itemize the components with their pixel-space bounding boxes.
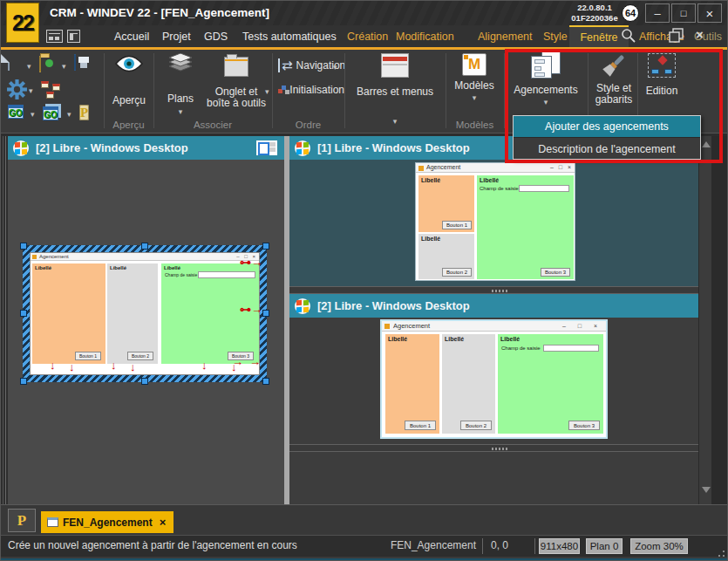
panel-toggle-icon[interactable] <box>256 140 277 155</box>
chevron-down-icon: ▾ <box>344 118 446 125</box>
menu-item-tests-automatiques[interactable]: Tests automatiques <box>239 25 340 47</box>
horizontal-splitter[interactable] <box>289 444 698 452</box>
new-file-chevron-icon[interactable]: ▾ <box>27 63 31 70</box>
edition-button[interactable]: Edition <box>643 53 681 97</box>
maximize-button[interactable]: □ <box>671 3 696 23</box>
layout-cell-orange[interactable]: Libellé Bouton 1 <box>385 334 439 434</box>
bouton-3[interactable]: Bouton 3 <box>568 421 600 430</box>
eye-icon <box>115 60 143 75</box>
bouton-2[interactable]: Bouton 2 <box>127 352 153 360</box>
group-label-modeles: Modèles <box>446 118 504 132</box>
modeles-button[interactable]: M Modèles ▾ <box>449 53 500 101</box>
tab-fen-agencement[interactable]: FEN_Agencement × <box>41 511 173 533</box>
window-grid-icon[interactable] <box>46 30 63 43</box>
cascade-windows-icon[interactable] <box>669 28 684 46</box>
scroll-down-icon[interactable] <box>702 487 711 493</box>
apercu-button[interactable]: Aperçu <box>107 55 151 106</box>
layout-preview-window-2[interactable]: Agencement – □ × Libellé Bouton 1 Libell… <box>380 319 608 439</box>
horizontal-splitter[interactable] <box>289 286 698 294</box>
bouton-1[interactable]: Bouton 1 <box>405 421 436 430</box>
go-test-chevron-icon[interactable]: ▾ <box>31 111 35 118</box>
layout-cell-orange[interactable]: Libellé Bouton 1 <box>418 175 474 232</box>
style-et-gabarits-button[interactable]: Style et gabarits <box>592 51 636 106</box>
menu-item-gds[interactable]: GDS <box>201 25 231 47</box>
status-plan-badge[interactable]: Plan 0 <box>586 538 623 554</box>
layout-cell-green[interactable]: Libellé Champ de saisie Bouton 3 <box>498 334 603 434</box>
chevron-down-icon: ▾ <box>265 88 269 95</box>
menu-item-ajouter-agencements[interactable]: Ajouter des agencements <box>514 116 700 138</box>
scroll-up-icon[interactable] <box>702 141 711 147</box>
settings-gear-icon[interactable] <box>6 79 28 104</box>
menu-item-accueil[interactable]: Accueil <box>111 25 153 47</box>
close-button[interactable]: × <box>697 3 722 23</box>
panel-body-top-right[interactable]: Agencement – □ × Libellé Bouton 1 Libell… <box>289 160 698 286</box>
bouton-2[interactable]: Bouton 2 <box>442 268 472 277</box>
preview-window-title: Agencement <box>426 164 460 170</box>
menu-item-style[interactable]: Style <box>540 25 571 47</box>
open-chevron-icon[interactable]: ▾ <box>62 63 66 70</box>
tab-close-icon[interactable]: × <box>160 516 167 529</box>
menu-item-fenetre[interactable]: Fenêtre <box>569 25 629 47</box>
search-icon[interactable] <box>621 28 636 46</box>
window-icon <box>384 324 390 329</box>
barres-et-menus-button[interactable]: Barres et menus <box>350 53 440 98</box>
panel-header-left[interactable]: [2] Libre - Windows Desktop <box>8 136 284 160</box>
minimize-button[interactable]: – <box>645 3 670 23</box>
form-edit-icon[interactable] <box>67 30 80 43</box>
close-document-icon[interactable]: × <box>696 27 704 42</box>
champ-saisie-field[interactable] <box>519 185 569 192</box>
menu-item-projet[interactable]: Projet <box>159 25 194 47</box>
menu-item-alignement[interactable]: Alignement <box>474 25 536 47</box>
project-tab-button[interactable]: P <box>8 509 36 532</box>
group-chevron-barres[interactable]: ▾ <box>344 118 446 132</box>
bouton-2[interactable]: Bouton 2 <box>460 421 492 430</box>
layout-cell-green[interactable]: Libellé Champ de saisie Bouton 3 <box>477 175 574 279</box>
layout-cell-gray[interactable]: Libellé Bouton 2 <box>442 334 495 434</box>
layout-preview-window-1[interactable]: Agencement – □ × Libellé Bouton 1 Libell… <box>415 162 575 281</box>
project-explorer-icon[interactable]: P <box>79 104 89 122</box>
save-icon[interactable] <box>74 55 76 71</box>
agencements-button[interactable]: Agencements ▾ <box>510 51 582 106</box>
onglet-boite-outils-button[interactable]: Onglet et boîte à outils <box>203 53 269 109</box>
panel-header-bottom-right[interactable]: [2] Libre - Windows Desktop <box>289 294 698 318</box>
status-zoom-badge[interactable]: Zoom 30% <box>630 538 688 554</box>
preview-title-bar: Agencement – □ × <box>382 321 606 332</box>
go-test-icon[interactable]: GO <box>8 104 24 120</box>
go-project-chevron-icon[interactable]: ▾ <box>67 111 71 118</box>
champ-saisie-field[interactable] <box>198 271 255 278</box>
new-file-icon[interactable] <box>8 55 10 71</box>
status-element-name: FEN_Agencement <box>389 539 476 551</box>
status-coordinates: 0, 0 <box>491 539 508 551</box>
layout-preview-window-edited[interactable]: Agencement – □ × Libellé Bouton 1 Libell… <box>30 252 260 375</box>
left-dock-strip[interactable] <box>1 136 8 504</box>
settings-chevron-icon[interactable]: ▾ <box>29 87 33 94</box>
go-project-icon[interactable]: GO <box>43 106 58 121</box>
menubar-window-icon <box>381 53 409 78</box>
initialisation-button[interactable]: Initialisation <box>278 85 344 96</box>
plans-button[interactable]: Plans ▾ <box>158 53 203 115</box>
open-project-icon[interactable] <box>39 57 41 72</box>
libelle-label: Libellé <box>388 336 407 342</box>
selection-hatch-border[interactable]: Agencement – □ × Libellé Bouton 1 Libell… <box>23 245 267 382</box>
menu-item-description-agencement[interactable]: Description de l'agencement <box>514 138 700 160</box>
layout-cell-gray[interactable]: Libellé Bouton 2 <box>107 263 158 364</box>
layout-cell-orange[interactable]: Libellé Bouton 1 <box>32 263 105 364</box>
champ-saisie-field[interactable] <box>543 345 599 352</box>
bouton-3[interactable]: Bouton 3 <box>541 268 570 277</box>
bouton-1[interactable]: Bouton 1 <box>442 221 472 229</box>
chevron-down-icon: ▾ <box>333 64 337 71</box>
window-document-icon <box>47 517 58 527</box>
group-label-apercu: Aperçu <box>104 118 153 132</box>
preview-window-controls-icon: – □ × <box>550 163 573 172</box>
panel-body-bottom-right[interactable]: Agencement – □ × Libellé Bouton 1 Libell… <box>289 318 698 444</box>
vertical-scrollbar[interactable] <box>698 136 711 504</box>
menu-item-modification[interactable]: Modification <box>392 25 458 47</box>
layout-cell-gray[interactable]: Libellé Bouton 2 <box>418 234 474 279</box>
status-size-badge[interactable]: 911x480 <box>539 538 580 554</box>
panel-body-left[interactable]: Agencement – □ × Libellé Bouton 1 Libell… <box>8 160 284 504</box>
navigation-button[interactable]: ⇄ Navigation <box>278 58 339 72</box>
bouton-1[interactable]: Bouton 1 <box>75 352 101 360</box>
champ-saisie-label: Champ de saisie <box>480 186 519 191</box>
resize-grip-icon[interactable] <box>723 551 725 552</box>
menu-item-creation[interactable]: Création <box>344 25 391 47</box>
